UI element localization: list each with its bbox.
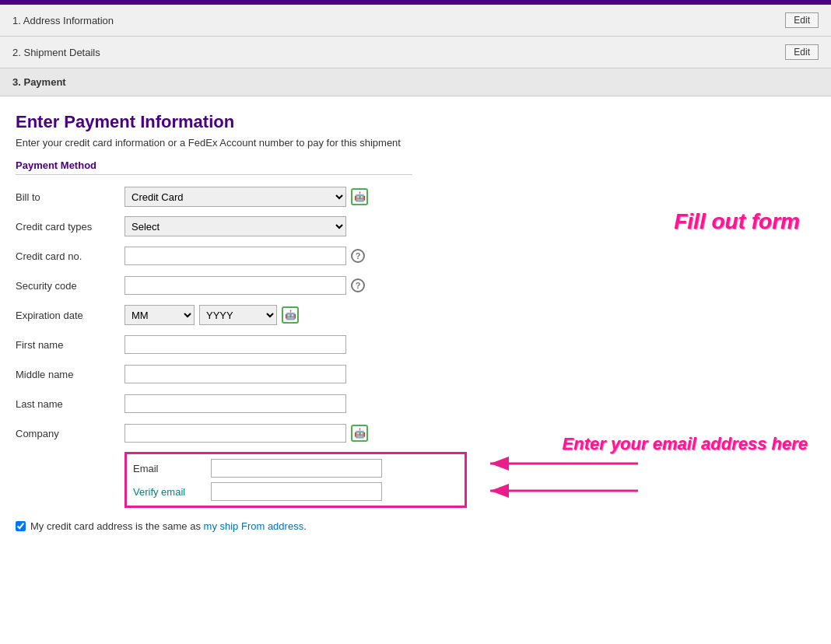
middle-name-row: Middle name bbox=[16, 363, 815, 385]
credit-card-types-select[interactable]: Select Visa MasterCard American Express … bbox=[124, 216, 346, 236]
last-name-label: Last name bbox=[16, 398, 124, 410]
ship-from-link[interactable]: my ship From address bbox=[204, 520, 304, 532]
step-3-label: 3. Payment bbox=[12, 76, 66, 88]
email-label: Email bbox=[133, 463, 211, 474]
email-highlight-row: Email Verify email bbox=[16, 452, 815, 508]
step-2-label: 2. Shipment Details bbox=[12, 47, 100, 58]
credit-card-no-row: Credit card no. ? bbox=[16, 245, 815, 267]
last-name-row: Last name bbox=[16, 393, 815, 415]
email-section: Email Verify email bbox=[124, 452, 467, 508]
bill-to-select[interactable]: Credit Card FedEx Account bbox=[124, 187, 346, 207]
middle-name-input[interactable] bbox=[124, 365, 346, 383]
bill-to-robot-icon[interactable]: 🤖 bbox=[351, 188, 368, 205]
step-2-edit-button[interactable]: Edit bbox=[785, 44, 819, 60]
step-1-section: 1. Address Information Edit bbox=[0, 5, 831, 37]
expiration-month-select[interactable]: MM 01020304 05060708 09101112 bbox=[124, 305, 195, 325]
expiration-selects: MM 01020304 05060708 09101112 YYYY 20242… bbox=[124, 305, 277, 325]
expiration-year-select[interactable]: YYYY 2024202520262027 202820292030 bbox=[199, 305, 277, 325]
credit-card-no-help-icon[interactable]: ? bbox=[351, 249, 365, 263]
bill-to-row: Bill to Credit Card FedEx Account 🤖 bbox=[16, 186, 815, 208]
security-code-input[interactable] bbox=[124, 276, 346, 295]
verify-email-label: Verify email bbox=[133, 486, 211, 498]
company-input[interactable] bbox=[124, 424, 346, 443]
credit-card-types-label: Credit card types bbox=[16, 221, 124, 233]
same-address-checkbox[interactable] bbox=[16, 521, 26, 531]
expiration-date-row: Expiration date MM 01020304 05060708 091… bbox=[16, 304, 815, 326]
email-highlight-box: Email Verify email bbox=[124, 452, 467, 508]
verify-email-inner-row: Verify email bbox=[133, 482, 458, 501]
security-code-label: Security code bbox=[16, 280, 124, 292]
page-subtitle: Enter your credit card information or a … bbox=[16, 137, 815, 149]
last-name-input[interactable] bbox=[124, 394, 346, 413]
credit-card-types-row: Credit card types Select Visa MasterCard… bbox=[16, 215, 815, 237]
verify-email-input[interactable] bbox=[211, 482, 382, 501]
step-1-edit-button[interactable]: Edit bbox=[785, 12, 819, 28]
payment-method-label: Payment Method bbox=[16, 159, 412, 175]
page-title: Enter Payment Information bbox=[16, 112, 815, 132]
arrows-svg bbox=[482, 452, 654, 506]
middle-name-label: Middle name bbox=[16, 369, 124, 380]
email-inner-row: Email bbox=[133, 459, 458, 478]
form-container: Fill out form Bill to Credit Card FedEx … bbox=[16, 186, 815, 532]
email-input[interactable] bbox=[211, 459, 382, 478]
checkbox-row: My credit card address is the same as my… bbox=[16, 520, 815, 532]
company-row: Company 🤖 bbox=[16, 422, 815, 444]
step-3-section: 3. Payment bbox=[0, 68, 831, 96]
credit-card-no-label: Credit card no. bbox=[16, 250, 124, 262]
credit-card-no-input[interactable] bbox=[124, 247, 346, 265]
first-name-label: First name bbox=[16, 339, 124, 351]
step-2-section: 2. Shipment Details Edit bbox=[0, 37, 831, 68]
expiration-date-label: Expiration date bbox=[16, 310, 124, 321]
first-name-row: First name bbox=[16, 334, 815, 355]
step-1-label: 1. Address Information bbox=[12, 15, 114, 26]
first-name-input[interactable] bbox=[124, 335, 346, 354]
main-content: Enter Payment Information Enter your cre… bbox=[0, 96, 831, 548]
security-code-help-icon[interactable]: ? bbox=[351, 278, 365, 292]
checkbox-label: My credit card address is the same as my… bbox=[30, 520, 307, 532]
company-label: Company bbox=[16, 428, 124, 439]
bill-to-label: Bill to bbox=[16, 191, 124, 203]
security-code-row: Security code ? bbox=[16, 275, 815, 296]
company-robot-icon[interactable]: 🤖 bbox=[351, 425, 368, 442]
expiration-robot-icon[interactable]: 🤖 bbox=[282, 306, 299, 324]
